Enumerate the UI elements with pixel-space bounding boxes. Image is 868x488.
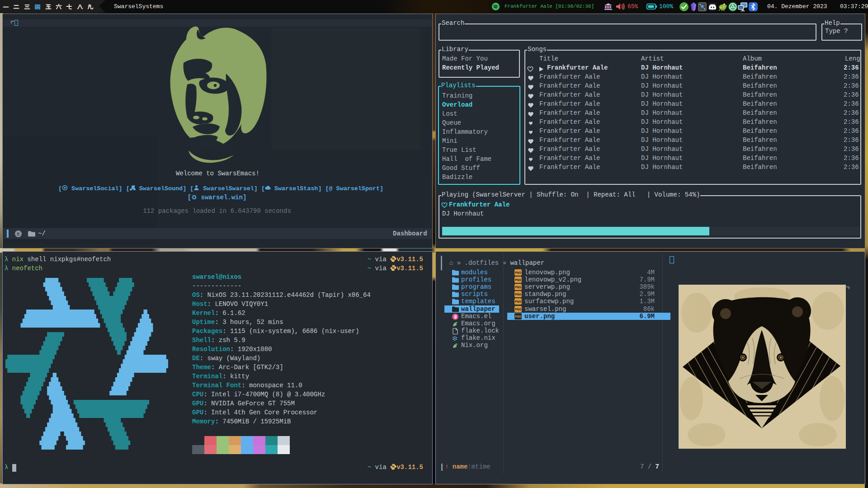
svg-text:PNG: PNG <box>515 271 521 274</box>
svg-text:PNG: PNG <box>515 278 521 282</box>
svg-text:PNG: PNG <box>515 308 521 311</box>
svg-text:PNG: PNG <box>515 300 521 303</box>
svg-text:PNG: PNG <box>515 293 521 296</box>
svg-text:PNG: PNG <box>515 315 521 318</box>
svg-text:PNG: PNG <box>515 286 521 289</box>
